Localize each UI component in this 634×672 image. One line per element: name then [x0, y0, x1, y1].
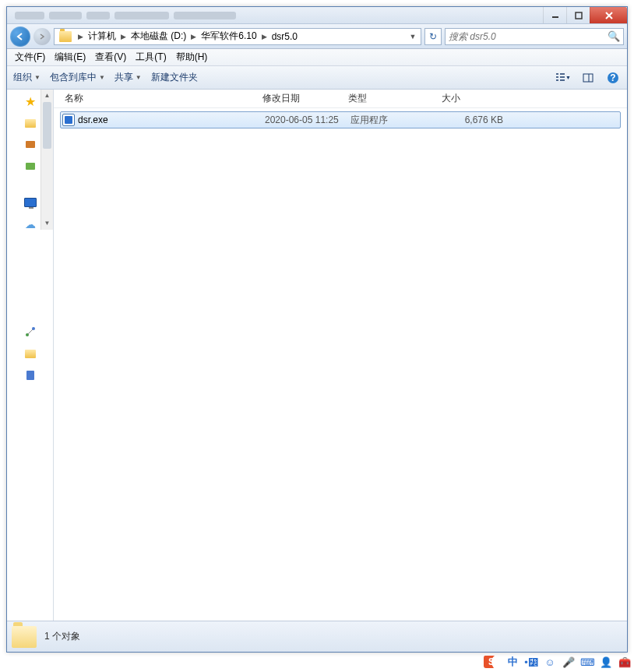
- include-button[interactable]: 包含到库中▼: [50, 71, 105, 84]
- ime-mic-icon[interactable]: 🎤: [562, 656, 575, 668]
- computer-icon[interactable]: [23, 195, 37, 209]
- menu-view[interactable]: 查看(V): [90, 49, 131, 65]
- title-blur: [15, 12, 44, 19]
- file-date: 2020-06-05 11:25: [265, 114, 350, 125]
- explorer-window: ▶ 计算机 ▶ 本地磁盘 (D:) ▶ 华军软件6.10 ▶ dsr5.0 ▼ …: [6, 6, 628, 653]
- exe-icon: [62, 114, 75, 126]
- view-icon: [555, 72, 565, 83]
- close-button[interactable]: [590, 7, 627, 23]
- menu-file[interactable]: 文件(F): [10, 49, 50, 65]
- dropdown-arrow-icon: ▼: [34, 74, 41, 81]
- statusbar: 1 个对象: [7, 621, 627, 652]
- search-input[interactable]: [449, 31, 608, 42]
- organize-label: 组织: [13, 71, 32, 84]
- share-button[interactable]: 共享▼: [114, 71, 142, 84]
- preview-pane-button[interactable]: [580, 70, 596, 86]
- column-name-label: 名称: [65, 93, 83, 104]
- ime-face-icon[interactable]: ☺: [544, 656, 556, 668]
- dropdown-arrow-icon: ▼: [136, 74, 142, 81]
- menu-help[interactable]: 帮助(H): [171, 49, 213, 65]
- sidebar-item[interactable]: [23, 160, 37, 174]
- column-date[interactable]: 修改日期: [258, 92, 343, 105]
- file-type: 应用程序: [350, 114, 444, 127]
- title-blur: [49, 12, 82, 19]
- address-dropdown-icon[interactable]: ▼: [407, 33, 419, 40]
- sidebar-scrollbar[interactable]: ▲ ▼: [41, 90, 53, 230]
- svg-text:S: S: [488, 656, 495, 667]
- navigation-pane[interactable]: ★ ☁ ▲ ▼: [7, 90, 54, 621]
- folder-large-icon: [12, 626, 37, 648]
- ime-toolbox-icon[interactable]: 🧰: [618, 656, 631, 668]
- file-list[interactable]: dsr.exe 2020-06-05 11:25 应用程序 6,676 KB: [54, 108, 627, 621]
- include-label: 包含到库中: [50, 71, 97, 84]
- close-icon: [604, 11, 614, 20]
- svg-text:?: ?: [610, 72, 615, 83]
- toolbar: 组织▼ 包含到库中▼ 共享▼ 新建文件夹 ▼ ?: [7, 66, 627, 90]
- file-row[interactable]: dsr.exe 2020-06-05 11:25 应用程序 6,676 KB: [60, 111, 621, 128]
- title-blur: [86, 12, 110, 19]
- system-tray: S 中 •꛼ ☺ 🎤 ⌨ 👤 🧰: [483, 653, 631, 670]
- sidebar-item[interactable]: [23, 116, 37, 130]
- cloud-icon[interactable]: ☁: [23, 217, 37, 231]
- svg-rect-6: [26, 141, 35, 148]
- breadcrumb-separator-icon[interactable]: ▶: [75, 33, 86, 40]
- column-size[interactable]: 大小: [437, 92, 499, 105]
- sidebar-item[interactable]: [23, 347, 37, 361]
- search-icon[interactable]: 🔍: [608, 30, 620, 42]
- address-bar[interactable]: ▶ 计算机 ▶ 本地磁盘 (D:) ▶ 华军软件6.10 ▶ dsr5.0 ▼: [54, 28, 421, 45]
- back-arrow-icon: [16, 32, 25, 41]
- scroll-thumb[interactable]: [43, 102, 51, 149]
- forward-button[interactable]: [33, 28, 51, 45]
- minimize-button[interactable]: [543, 7, 566, 23]
- dropdown-arrow-icon: ▼: [99, 74, 105, 81]
- breadcrumb-computer[interactable]: 计算机: [86, 30, 118, 43]
- breadcrumb-drive[interactable]: 本地磁盘 (D:): [129, 30, 188, 43]
- help-icon: ?: [607, 72, 619, 84]
- back-button[interactable]: [10, 26, 30, 47]
- minimize-icon: [551, 12, 559, 19]
- title-area: [7, 7, 543, 23]
- refresh-icon: ↻: [429, 31, 437, 42]
- help-button[interactable]: ?: [605, 70, 621, 86]
- titlebar[interactable]: [7, 7, 627, 24]
- file-list-pane: 名称 修改日期 类型 大小 dsr.exe 2020-06-05 11:25 应…: [54, 90, 627, 621]
- forward-arrow-icon: [38, 33, 46, 40]
- menu-edit[interactable]: 编辑(E): [50, 49, 90, 65]
- view-mode-button[interactable]: ▼: [555, 70, 571, 86]
- maximize-button[interactable]: [566, 7, 590, 23]
- breadcrumb-folder2[interactable]: dsr5.0: [270, 31, 299, 42]
- search-box[interactable]: 🔍: [445, 28, 624, 45]
- scroll-down-icon[interactable]: ▼: [41, 217, 53, 230]
- menu-tools[interactable]: 工具(T): [131, 49, 171, 65]
- refresh-button[interactable]: ↻: [424, 28, 442, 45]
- file-name: dsr.exe: [78, 114, 265, 125]
- breadcrumb-separator-icon[interactable]: ▶: [259, 33, 270, 40]
- maximize-icon: [575, 12, 583, 19]
- scroll-up-icon[interactable]: ▲: [41, 90, 53, 102]
- sidebar-item[interactable]: [23, 138, 37, 152]
- breadcrumb-separator-icon[interactable]: ▶: [188, 33, 199, 40]
- ime-punct-icon[interactable]: •꛼: [525, 656, 537, 668]
- sogou-ime-icon[interactable]: S: [483, 653, 500, 670]
- organize-button[interactable]: 组织▼: [13, 71, 41, 84]
- navbar: ▶ 计算机 ▶ 本地磁盘 (D:) ▶ 华军软件6.10 ▶ dsr5.0 ▼ …: [7, 24, 627, 49]
- network-icon[interactable]: [23, 325, 37, 339]
- breadcrumb-folder1[interactable]: 华军软件6.10: [199, 30, 258, 43]
- column-type[interactable]: 类型: [343, 92, 437, 105]
- ime-lang-icon[interactable]: 中: [506, 656, 519, 668]
- file-size: 6,676 KB: [444, 114, 503, 125]
- column-name[interactable]: 名称: [60, 92, 258, 105]
- newfolder-label: 新建文件夹: [151, 71, 198, 84]
- ime-user-icon[interactable]: 👤: [600, 656, 612, 668]
- breadcrumb-separator-icon[interactable]: ▶: [118, 33, 129, 40]
- pane-icon: [583, 72, 593, 83]
- menubar: 文件(F) 编辑(E) 查看(V) 工具(T) 帮助(H): [7, 49, 627, 66]
- newfolder-button[interactable]: 新建文件夹: [151, 71, 198, 84]
- ime-keyboard-icon[interactable]: ⌨: [581, 656, 593, 668]
- sidebar-item[interactable]: [23, 368, 37, 382]
- title-blur: [114, 12, 169, 19]
- status-text: 1 个对象: [44, 630, 80, 643]
- favorites-icon[interactable]: ★: [23, 94, 37, 108]
- svg-rect-7: [26, 163, 35, 170]
- svg-rect-1: [576, 12, 582, 19]
